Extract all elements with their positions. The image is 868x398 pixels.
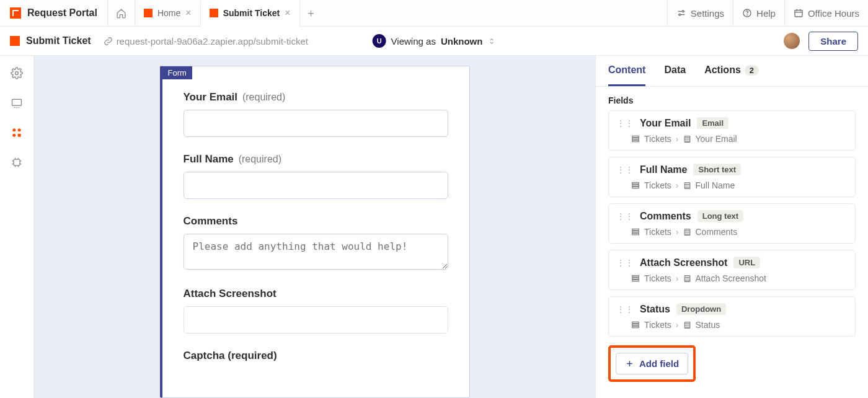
close-icon[interactable]: × — [185, 7, 191, 19]
field-card-screenshot[interactable]: ⋮⋮ Attach Screenshot URL Tickets › Attac… — [608, 250, 856, 290]
svg-rect-25 — [632, 278, 639, 279]
field-path-table: Tickets — [644, 180, 671, 190]
screenshot-input[interactable] — [184, 306, 448, 334]
viewing-as[interactable]: U Viewing as Unknown — [373, 34, 496, 48]
tab-data[interactable]: Data — [664, 56, 686, 86]
field-path-field: Comments — [696, 227, 738, 237]
link-icon — [104, 37, 113, 46]
right-panel-body: Fields ⋮⋮ Your Email Email Tickets › You… — [596, 87, 868, 391]
app-title: Request Portal — [27, 7, 97, 19]
tab-content[interactable]: Content — [608, 56, 645, 86]
table-icon — [631, 181, 640, 190]
svg-point-3 — [747, 15, 748, 15]
user-badge-icon: U — [373, 34, 386, 48]
top-bar: Request Portal Home × Submit Ticket × Se… — [0, 0, 868, 27]
chevron-right-icon: › — [676, 320, 679, 330]
drag-handle-icon[interactable]: ⋮⋮ — [616, 118, 634, 128]
field-name: Attach Screenshot — [640, 257, 727, 268]
avatar[interactable] — [784, 33, 800, 49]
field-card-comments[interactable]: ⋮⋮ Comments Long text Tickets › Comments — [608, 203, 856, 244]
field-name: Full Name — [640, 164, 687, 175]
field-label: Your Email — [184, 91, 238, 103]
logo-icon — [10, 7, 21, 19]
svg-point-7 — [12, 128, 16, 131]
field-path-field: Attach Screenshot — [696, 273, 766, 283]
subbar-right: Share — [784, 32, 858, 51]
tab-label: Submit Ticket — [223, 8, 280, 18]
field-type-pill: Long text — [698, 210, 744, 222]
form-card: Form Your Email (required) Full Name (re… — [160, 66, 470, 398]
page-logo-icon — [10, 36, 20, 46]
form-badge: Form — [162, 66, 192, 79]
settings-button[interactable]: Settings — [667, 0, 733, 26]
table-icon — [631, 274, 640, 283]
calendar-icon — [794, 8, 804, 18]
field-path-table: Tickets — [644, 227, 671, 237]
svg-rect-28 — [632, 322, 639, 323]
svg-point-0 — [682, 11, 684, 12]
home-button[interactable] — [108, 0, 135, 26]
chevron-right-icon: › — [676, 273, 679, 283]
svg-point-5 — [16, 72, 19, 75]
right-panel-tabs: Content Data Actions 2 — [596, 56, 868, 87]
plus-icon — [306, 9, 316, 18]
page-url[interactable]: request-portal-9a06a2.zapier.app/submit-… — [104, 36, 308, 46]
office-hours-button[interactable]: Office Hours — [784, 0, 868, 26]
form-field-screenshot: Attach Screenshot — [184, 288, 448, 334]
svg-rect-4 — [795, 10, 802, 17]
close-icon[interactable]: × — [285, 7, 290, 19]
rail-integrations[interactable] — [11, 156, 23, 169]
email-input[interactable] — [184, 110, 448, 137]
comments-textarea[interactable] — [184, 234, 448, 270]
tab-actions[interactable]: Actions 2 — [704, 56, 759, 86]
gear-icon — [11, 67, 23, 79]
svg-rect-16 — [632, 182, 639, 184]
add-field-highlight: Add field — [608, 345, 696, 382]
field-path-field: Your Email — [696, 134, 737, 144]
add-field-button[interactable]: Add field — [616, 353, 688, 374]
chip-icon — [11, 156, 23, 169]
field-card-status[interactable]: ⋮⋮ Status Dropdown Tickets › Status — [608, 296, 856, 337]
field-label: Full Name — [184, 153, 234, 165]
drag-handle-icon[interactable]: ⋮⋮ — [616, 211, 634, 221]
field-card-fullname[interactable]: ⋮⋮ Full Name Short text Tickets › Full N… — [608, 157, 856, 197]
help-icon — [742, 8, 752, 18]
svg-rect-30 — [632, 326, 639, 327]
chevron-right-icon: › — [676, 227, 679, 237]
help-label: Help — [756, 8, 776, 19]
svg-rect-11 — [14, 159, 20, 166]
topbar-right: Settings Help Office Hours — [667, 0, 868, 26]
tab-submit-ticket[interactable]: Submit Ticket × — [201, 1, 300, 27]
field-label: Comments — [184, 215, 238, 227]
form-field-email: Your Email (required) — [184, 91, 448, 137]
field-card-email[interactable]: ⋮⋮ Your Email Email Tickets › Your Email — [608, 110, 856, 151]
column-icon — [683, 321, 691, 329]
rail-settings[interactable] — [11, 67, 23, 79]
drag-handle-icon[interactable]: ⋮⋮ — [616, 304, 634, 314]
help-button[interactable]: Help — [733, 0, 784, 26]
components-icon — [11, 126, 23, 139]
field-name: Your Email — [640, 118, 691, 129]
field-path-field: Full Name — [696, 180, 735, 190]
add-tab-button[interactable] — [300, 9, 322, 18]
share-button[interactable]: Share — [808, 32, 858, 51]
rail-components[interactable] — [11, 126, 23, 139]
chevron-up-down-icon — [487, 37, 495, 45]
tab-actions-label: Actions — [704, 64, 741, 76]
drag-handle-icon[interactable]: ⋮⋮ — [616, 165, 634, 175]
home-icon — [116, 8, 126, 19]
field-required: (required) — [242, 92, 285, 102]
form-field-fullname: Full Name (required) — [184, 153, 448, 199]
drag-handle-icon[interactable]: ⋮⋮ — [616, 258, 634, 268]
app-brand[interactable]: Request Portal — [0, 0, 108, 26]
field-type-pill: Dropdown — [676, 303, 726, 315]
tab-home[interactable]: Home × — [135, 0, 201, 26]
field-path-table: Tickets — [644, 273, 671, 283]
fullname-input[interactable] — [184, 172, 448, 199]
rail-layout[interactable] — [11, 97, 23, 109]
actions-count-badge: 2 — [745, 65, 759, 76]
subbar-left: Submit Ticket request-portal-9a06a2.zapi… — [10, 35, 308, 46]
plus-icon — [625, 359, 634, 368]
fields-section-title: Fields — [608, 95, 856, 105]
office-hours-label: Office Hours — [808, 8, 859, 19]
